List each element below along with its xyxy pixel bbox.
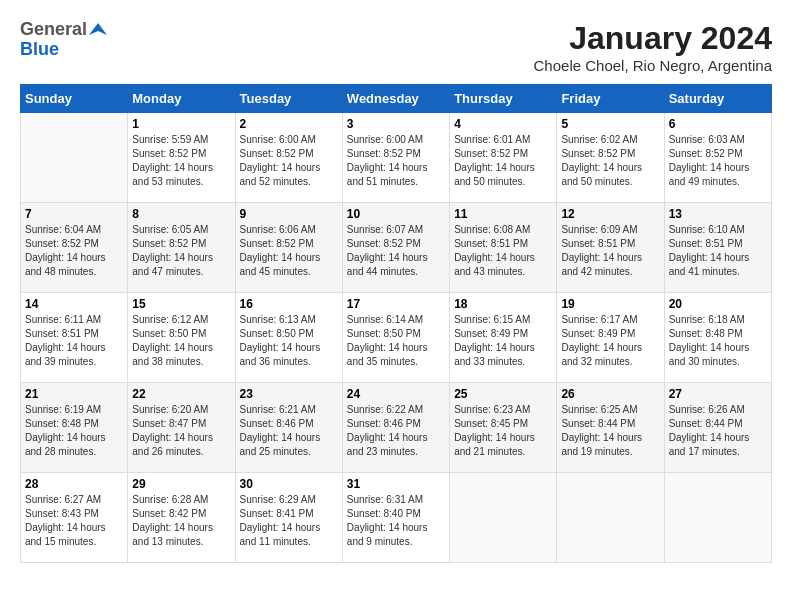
- cell-content: Sunrise: 6:08 AM Sunset: 8:51 PM Dayligh…: [454, 223, 552, 279]
- cell-content: Sunrise: 6:27 AM Sunset: 8:43 PM Dayligh…: [25, 493, 123, 549]
- day-number: 16: [240, 297, 338, 311]
- calendar-cell: 20Sunrise: 6:18 AM Sunset: 8:48 PM Dayli…: [664, 293, 771, 383]
- cell-content: Sunrise: 6:21 AM Sunset: 8:46 PM Dayligh…: [240, 403, 338, 459]
- header-wednesday: Wednesday: [342, 85, 449, 113]
- day-number: 18: [454, 297, 552, 311]
- cell-content: Sunrise: 6:12 AM Sunset: 8:50 PM Dayligh…: [132, 313, 230, 369]
- calendar-cell: [21, 113, 128, 203]
- day-number: 23: [240, 387, 338, 401]
- day-number: 7: [25, 207, 123, 221]
- calendar-cell: 7Sunrise: 6:04 AM Sunset: 8:52 PM Daylig…: [21, 203, 128, 293]
- cell-content: Sunrise: 6:00 AM Sunset: 8:52 PM Dayligh…: [240, 133, 338, 189]
- day-number: 13: [669, 207, 767, 221]
- day-number: 9: [240, 207, 338, 221]
- calendar-cell: 27Sunrise: 6:26 AM Sunset: 8:44 PM Dayli…: [664, 383, 771, 473]
- header-friday: Friday: [557, 85, 664, 113]
- day-number: 12: [561, 207, 659, 221]
- day-number: 28: [25, 477, 123, 491]
- day-number: 26: [561, 387, 659, 401]
- calendar-cell: 12Sunrise: 6:09 AM Sunset: 8:51 PM Dayli…: [557, 203, 664, 293]
- calendar-title: January 2024: [534, 20, 772, 57]
- day-number: 20: [669, 297, 767, 311]
- calendar-cell: 26Sunrise: 6:25 AM Sunset: 8:44 PM Dayli…: [557, 383, 664, 473]
- day-number: 25: [454, 387, 552, 401]
- cell-content: Sunrise: 6:03 AM Sunset: 8:52 PM Dayligh…: [669, 133, 767, 189]
- logo-blue: Blue: [20, 40, 107, 60]
- cell-content: Sunrise: 6:23 AM Sunset: 8:45 PM Dayligh…: [454, 403, 552, 459]
- title-block: January 2024 Choele Choel, Rio Negro, Ar…: [534, 20, 772, 74]
- cell-content: Sunrise: 6:19 AM Sunset: 8:48 PM Dayligh…: [25, 403, 123, 459]
- day-number: 21: [25, 387, 123, 401]
- svg-marker-0: [89, 23, 107, 35]
- day-number: 30: [240, 477, 338, 491]
- calendar-cell: 25Sunrise: 6:23 AM Sunset: 8:45 PM Dayli…: [450, 383, 557, 473]
- calendar-cell: [450, 473, 557, 563]
- day-number: 27: [669, 387, 767, 401]
- logo-bird-icon: [89, 21, 107, 39]
- calendar-cell: 30Sunrise: 6:29 AM Sunset: 8:41 PM Dayli…: [235, 473, 342, 563]
- cell-content: Sunrise: 6:15 AM Sunset: 8:49 PM Dayligh…: [454, 313, 552, 369]
- calendar-cell: 21Sunrise: 6:19 AM Sunset: 8:48 PM Dayli…: [21, 383, 128, 473]
- day-number: 15: [132, 297, 230, 311]
- calendar-cell: 13Sunrise: 6:10 AM Sunset: 8:51 PM Dayli…: [664, 203, 771, 293]
- header-monday: Monday: [128, 85, 235, 113]
- calendar-cell: 6Sunrise: 6:03 AM Sunset: 8:52 PM Daylig…: [664, 113, 771, 203]
- header-row: SundayMondayTuesdayWednesdayThursdayFrid…: [21, 85, 772, 113]
- cell-content: Sunrise: 6:00 AM Sunset: 8:52 PM Dayligh…: [347, 133, 445, 189]
- cell-content: Sunrise: 6:07 AM Sunset: 8:52 PM Dayligh…: [347, 223, 445, 279]
- day-number: 19: [561, 297, 659, 311]
- day-number: 11: [454, 207, 552, 221]
- day-number: 17: [347, 297, 445, 311]
- day-number: 1: [132, 117, 230, 131]
- calendar-cell: 24Sunrise: 6:22 AM Sunset: 8:46 PM Dayli…: [342, 383, 449, 473]
- cell-content: Sunrise: 6:18 AM Sunset: 8:48 PM Dayligh…: [669, 313, 767, 369]
- cell-content: Sunrise: 6:22 AM Sunset: 8:46 PM Dayligh…: [347, 403, 445, 459]
- calendar-cell: [664, 473, 771, 563]
- calendar-week-row: 14Sunrise: 6:11 AM Sunset: 8:51 PM Dayli…: [21, 293, 772, 383]
- calendar-cell: 17Sunrise: 6:14 AM Sunset: 8:50 PM Dayli…: [342, 293, 449, 383]
- header-saturday: Saturday: [664, 85, 771, 113]
- cell-content: Sunrise: 6:02 AM Sunset: 8:52 PM Dayligh…: [561, 133, 659, 189]
- day-number: 24: [347, 387, 445, 401]
- cell-content: Sunrise: 6:06 AM Sunset: 8:52 PM Dayligh…: [240, 223, 338, 279]
- calendar-week-row: 21Sunrise: 6:19 AM Sunset: 8:48 PM Dayli…: [21, 383, 772, 473]
- cell-content: Sunrise: 6:13 AM Sunset: 8:50 PM Dayligh…: [240, 313, 338, 369]
- day-number: 14: [25, 297, 123, 311]
- header-sunday: Sunday: [21, 85, 128, 113]
- cell-content: Sunrise: 6:01 AM Sunset: 8:52 PM Dayligh…: [454, 133, 552, 189]
- calendar-week-row: 1Sunrise: 5:59 AM Sunset: 8:52 PM Daylig…: [21, 113, 772, 203]
- calendar-cell: 2Sunrise: 6:00 AM Sunset: 8:52 PM Daylig…: [235, 113, 342, 203]
- cell-content: Sunrise: 6:11 AM Sunset: 8:51 PM Dayligh…: [25, 313, 123, 369]
- day-number: 29: [132, 477, 230, 491]
- calendar-cell: 5Sunrise: 6:02 AM Sunset: 8:52 PM Daylig…: [557, 113, 664, 203]
- calendar-cell: 23Sunrise: 6:21 AM Sunset: 8:46 PM Dayli…: [235, 383, 342, 473]
- cell-content: Sunrise: 6:14 AM Sunset: 8:50 PM Dayligh…: [347, 313, 445, 369]
- calendar-table: SundayMondayTuesdayWednesdayThursdayFrid…: [20, 84, 772, 563]
- cell-content: Sunrise: 6:09 AM Sunset: 8:51 PM Dayligh…: [561, 223, 659, 279]
- calendar-cell: 9Sunrise: 6:06 AM Sunset: 8:52 PM Daylig…: [235, 203, 342, 293]
- day-number: 3: [347, 117, 445, 131]
- calendar-cell: 18Sunrise: 6:15 AM Sunset: 8:49 PM Dayli…: [450, 293, 557, 383]
- cell-content: Sunrise: 6:04 AM Sunset: 8:52 PM Dayligh…: [25, 223, 123, 279]
- calendar-cell: 31Sunrise: 6:31 AM Sunset: 8:40 PM Dayli…: [342, 473, 449, 563]
- cell-content: Sunrise: 6:28 AM Sunset: 8:42 PM Dayligh…: [132, 493, 230, 549]
- cell-content: Sunrise: 6:26 AM Sunset: 8:44 PM Dayligh…: [669, 403, 767, 459]
- day-number: 6: [669, 117, 767, 131]
- cell-content: Sunrise: 6:17 AM Sunset: 8:49 PM Dayligh…: [561, 313, 659, 369]
- calendar-cell: 19Sunrise: 6:17 AM Sunset: 8:49 PM Dayli…: [557, 293, 664, 383]
- cell-content: Sunrise: 6:25 AM Sunset: 8:44 PM Dayligh…: [561, 403, 659, 459]
- calendar-cell: [557, 473, 664, 563]
- header-tuesday: Tuesday: [235, 85, 342, 113]
- cell-content: Sunrise: 6:29 AM Sunset: 8:41 PM Dayligh…: [240, 493, 338, 549]
- calendar-cell: 8Sunrise: 6:05 AM Sunset: 8:52 PM Daylig…: [128, 203, 235, 293]
- cell-content: Sunrise: 5:59 AM Sunset: 8:52 PM Dayligh…: [132, 133, 230, 189]
- day-number: 22: [132, 387, 230, 401]
- calendar-cell: 14Sunrise: 6:11 AM Sunset: 8:51 PM Dayli…: [21, 293, 128, 383]
- calendar-cell: 28Sunrise: 6:27 AM Sunset: 8:43 PM Dayli…: [21, 473, 128, 563]
- day-number: 10: [347, 207, 445, 221]
- calendar-cell: 1Sunrise: 5:59 AM Sunset: 8:52 PM Daylig…: [128, 113, 235, 203]
- calendar-cell: 11Sunrise: 6:08 AM Sunset: 8:51 PM Dayli…: [450, 203, 557, 293]
- cell-content: Sunrise: 6:31 AM Sunset: 8:40 PM Dayligh…: [347, 493, 445, 549]
- cell-content: Sunrise: 6:10 AM Sunset: 8:51 PM Dayligh…: [669, 223, 767, 279]
- day-number: 2: [240, 117, 338, 131]
